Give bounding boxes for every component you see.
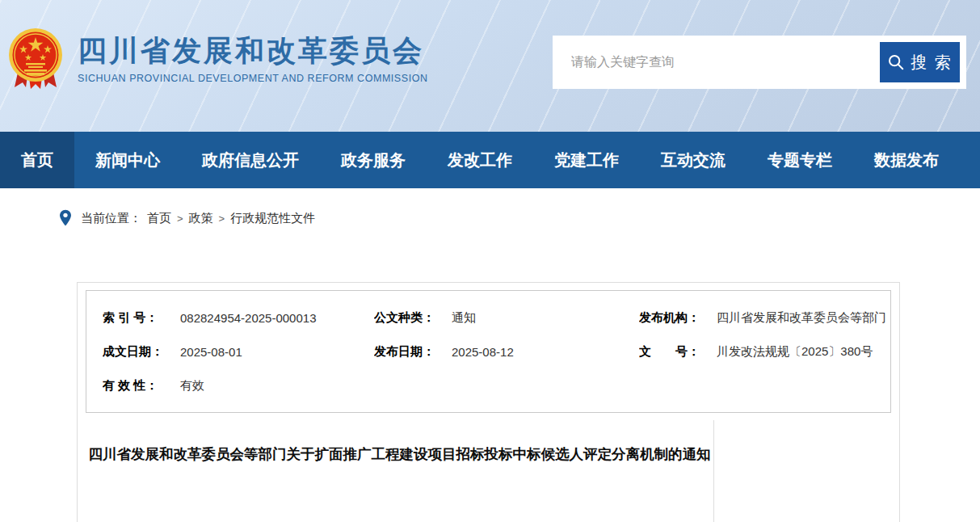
meta-value: 082824954-2025-000013 xyxy=(180,311,317,325)
document-meta-table: 索 引 号： 082824954-2025-000013 公文种类： 通知 发布… xyxy=(86,290,891,413)
main-nav: 首页 新闻中心 政府信息公开 政务服务 发改工作 党建工作 互动交流 专题专栏 … xyxy=(0,132,980,188)
meta-label: 索 引 号： xyxy=(103,310,180,326)
site-header: 四川省发展和改革委员会 SICHUAN PROVINCIAL DEVELOPME… xyxy=(0,0,980,132)
search-icon xyxy=(887,53,905,71)
nav-item-news-center[interactable]: 新闻中心 xyxy=(74,132,181,188)
document-title: 四川省发展和改革委员会等部门关于扩面推广工程建设项目招标投标中标候选人评定分离机… xyxy=(86,436,713,472)
search-button[interactable]: 搜 索 xyxy=(880,42,960,82)
meta-field-index-number: 索 引 号： 082824954-2025-000013 xyxy=(103,301,374,335)
meta-label: 发布机构： xyxy=(639,310,717,326)
document-card: 索 引 号： 082824954-2025-000013 公文种类： 通知 发布… xyxy=(77,282,900,522)
brand-text: 四川省发展和改革委员会 SICHUAN PROVINCIAL DEVELOPME… xyxy=(78,34,428,84)
search-button-label: 搜 索 xyxy=(911,52,953,74)
nav-item-gov-services[interactable]: 政务服务 xyxy=(320,132,427,188)
breadcrumb-home[interactable]: 首页 xyxy=(147,211,171,226)
nav-item-party-building[interactable]: 党建工作 xyxy=(533,132,640,188)
breadcrumb-normative-documents[interactable]: 行政规范性文件 xyxy=(230,211,315,226)
breadcrumb-label: 当前位置： xyxy=(81,211,141,226)
nav-item-data-release[interactable]: 数据发布 xyxy=(853,132,960,188)
nav-item-ndrc-work[interactable]: 发改工作 xyxy=(427,132,533,188)
meta-field-issuing-agency: 发布机构： 四川省发展和改革委员会等部门 xyxy=(639,301,890,335)
search-input[interactable] xyxy=(553,36,876,89)
nav-item-gov-info-disclosure[interactable]: 政府信息公开 xyxy=(181,132,320,188)
meta-value: 通知 xyxy=(452,310,476,326)
national-emblem-icon xyxy=(6,27,65,91)
document-main: 四川省发展和改革委员会等部门关于扩面推广工程建设项目招标投标中标候选人评定分离机… xyxy=(86,420,713,522)
breadcrumb: 当前位置： 首页 > 政策 > 行政规范性文件 xyxy=(0,188,980,227)
location-pin-icon xyxy=(58,209,73,227)
meta-label: 成文日期： xyxy=(103,344,180,360)
breadcrumb-separator: > xyxy=(177,213,183,225)
nav-item-special-topics[interactable]: 专题专栏 xyxy=(747,132,853,188)
meta-field-document-number: 文 号： 川发改法规规〔2025〕380号 xyxy=(639,335,890,368)
meta-label: 发布日期： xyxy=(374,344,452,360)
meta-value: 2025-08-01 xyxy=(180,345,242,359)
site-brand[interactable]: 四川省发展和改革委员会 SICHUAN PROVINCIAL DEVELOPME… xyxy=(6,27,428,91)
breadcrumb-separator: > xyxy=(219,213,225,225)
nav-item-interaction[interactable]: 互动交流 xyxy=(640,132,747,188)
meta-field-date-published: 发布日期： 2025-08-12 xyxy=(374,335,639,368)
meta-field-validity: 有 效 性： 有效 xyxy=(103,368,374,402)
document-content-row: 四川省发展和改革委员会等部门关于扩面推广工程建设项目招标投标中标候选人评定分离机… xyxy=(86,420,891,522)
meta-field-document-type: 公文种类： 通知 xyxy=(374,301,639,335)
meta-value: 有效 xyxy=(180,378,204,394)
breadcrumb-policy[interactable]: 政策 xyxy=(189,211,213,226)
meta-label: 公文种类： xyxy=(374,310,452,326)
site-subtitle: SICHUAN PROVINCIAL DEVELOPMENT AND REFOR… xyxy=(78,73,428,84)
site-title: 四川省发展和改革委员会 xyxy=(78,34,428,67)
nav-item-home[interactable]: 首页 xyxy=(0,132,74,188)
meta-field-date-written: 成文日期： 2025-08-01 xyxy=(103,335,374,368)
meta-label: 文 号： xyxy=(639,344,717,360)
meta-label: 有 效 性： xyxy=(103,378,180,394)
document-sidebar xyxy=(713,420,891,522)
search-bar: 搜 索 xyxy=(553,36,966,89)
meta-value: 川发改法规规〔2025〕380号 xyxy=(717,344,873,360)
meta-value: 四川省发展和改革委员会等部门 xyxy=(717,310,886,326)
meta-value: 2025-08-12 xyxy=(452,345,514,359)
